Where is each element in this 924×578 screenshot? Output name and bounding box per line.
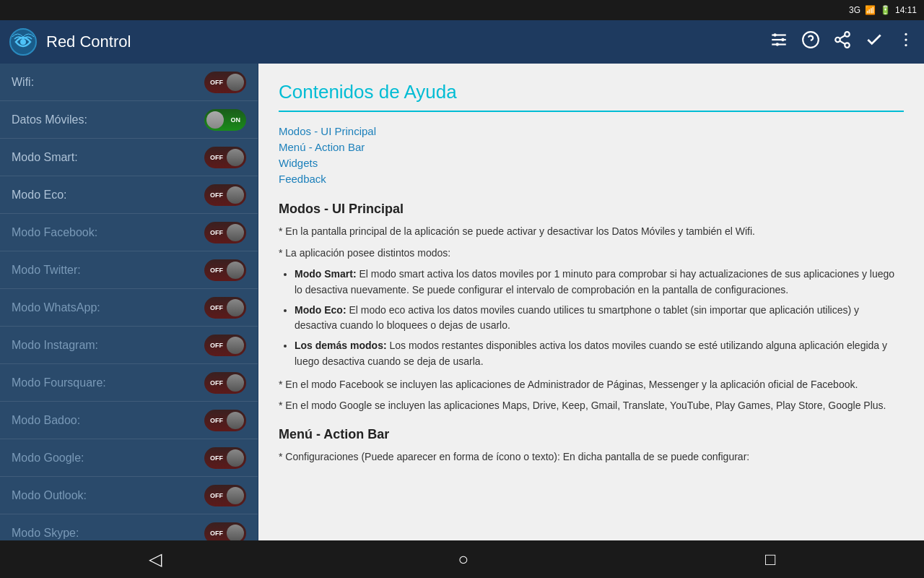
- svg-point-11: [835, 38, 840, 43]
- toggle-switch[interactable]: OFF: [204, 447, 246, 469]
- check-icon[interactable]: [865, 30, 884, 53]
- sidebar-item-label: Modo WhatsApp:: [12, 301, 100, 314]
- sidebar-item-label: Modo Badoo:: [12, 414, 80, 427]
- help-icon[interactable]: [801, 30, 820, 53]
- toggle-switch[interactable]: OFF: [204, 297, 246, 319]
- toggle-text: ON: [231, 116, 241, 124]
- toggle-knob: [227, 299, 244, 316]
- sidebar-item: Datos Móviles:ON: [0, 101, 258, 139]
- time-display: 14:11: [895, 5, 917, 15]
- overflow-menu-icon[interactable]: [897, 30, 915, 53]
- app-title: Red Control: [46, 33, 770, 51]
- bottom-nav-bar: ◁ ○ □: [0, 540, 924, 578]
- toggle-text: OFF: [210, 379, 223, 387]
- help-bullet-list: Modo Smart: El modo smart activa los dat…: [279, 267, 904, 369]
- sidebar-item-label: Wifi:: [12, 76, 34, 89]
- sidebar-item: Modo Outlook:OFF: [0, 477, 258, 514]
- home-button[interactable]: ○: [458, 549, 469, 569]
- section-title: Modos - UI Principal: [279, 202, 904, 217]
- sidebar-item-label: Modo Twitter:: [12, 264, 81, 277]
- toggle-knob: [227, 186, 244, 204]
- sidebar-item: Modo Facebook:OFF: [0, 214, 258, 251]
- toggle-switch[interactable]: OFF: [204, 485, 246, 506]
- sidebar-item: Modo Google:OFF: [0, 439, 258, 477]
- svg-line-14: [840, 35, 845, 38]
- sidebar-item-label: Modo Google:: [12, 452, 84, 465]
- settings-icon[interactable]: [770, 30, 788, 53]
- toggle-switch[interactable]: OFF: [204, 410, 246, 431]
- sidebar-item-label: Modo Eco:: [12, 189, 66, 202]
- list-item: Los demás modos: Los modos restantes dis…: [295, 338, 904, 369]
- action-icons: [770, 30, 915, 53]
- action-bar: Red Control: [0, 20, 924, 64]
- table-of-contents: Modos - UI PrincipalMenú - Action BarWid…: [279, 125, 904, 186]
- sidebar-item: Modo Smart:OFF: [0, 139, 258, 176]
- svg-point-5: [773, 33, 776, 36]
- svg-point-10: [845, 32, 850, 37]
- toc-item: Feedback: [279, 173, 904, 186]
- toc-link[interactable]: Widgets: [279, 157, 318, 169]
- svg-point-16: [905, 38, 907, 40]
- help-paragraph: * La aplicación posee distintos modos:: [279, 246, 904, 262]
- toggle-switch[interactable]: OFF: [204, 372, 246, 394]
- list-item: Modo Smart: El modo smart activa los dat…: [295, 267, 904, 298]
- toggle-switch[interactable]: OFF: [204, 184, 246, 206]
- toggle-text: OFF: [210, 79, 223, 86]
- toggle-text: OFF: [210, 454, 223, 462]
- toc-link[interactable]: Menú - Action Bar: [279, 141, 365, 153]
- toggle-switch[interactable]: OFF: [204, 147, 246, 168]
- sidebar-item-label: Datos Móviles:: [12, 113, 87, 126]
- sidebar-item: Wifi:OFF: [0, 64, 258, 101]
- help-paragraph: * Configuraciones (Puede aparecer en for…: [279, 449, 904, 465]
- svg-point-1: [20, 39, 26, 45]
- toggle-text: OFF: [210, 492, 223, 499]
- svg-point-15: [905, 33, 907, 35]
- toggle-switch[interactable]: OFF: [204, 259, 246, 281]
- toc-item: Modos - UI Principal: [279, 125, 904, 138]
- sidebar-item: Modo Instagram:OFF: [0, 327, 258, 364]
- toggle-text: OFF: [210, 191, 223, 199]
- toggle-switch[interactable]: OFF: [204, 222, 246, 243]
- svg-point-6: [781, 38, 784, 41]
- toggle-knob: [227, 487, 244, 504]
- help-paragraph: * En el modo Google se incluyen las apli…: [279, 398, 904, 414]
- sidebar-item-label: Modo Skype:: [12, 527, 79, 540]
- help-paragraph: * En la pantalla principal de la aplicac…: [279, 224, 904, 240]
- help-title: Contenidos de Ayuda: [279, 81, 904, 112]
- help-panel[interactable]: Contenidos de Ayuda Modos - UI Principal…: [258, 64, 924, 578]
- status-bar: 3G 📶 🔋 14:11: [0, 0, 924, 20]
- toggle-text: OFF: [210, 417, 223, 424]
- toggle-text: OFF: [210, 154, 223, 161]
- toggle-knob: [227, 449, 244, 467]
- toc-link[interactable]: Feedback: [279, 173, 326, 185]
- svg-line-13: [840, 41, 845, 44]
- svg-point-12: [845, 43, 850, 48]
- back-button[interactable]: ◁: [149, 549, 162, 569]
- main-content: Wifi:OFFDatos Móviles:ONModo Smart:OFFMo…: [0, 64, 924, 578]
- battery-icon: 🔋: [880, 5, 891, 15]
- sidebar-item: Modo WhatsApp:OFF: [0, 289, 258, 327]
- toggle-knob: [227, 149, 244, 166]
- recent-apps-button[interactable]: □: [765, 549, 776, 569]
- toggle-knob: [227, 224, 244, 241]
- toggle-knob: [227, 262, 244, 279]
- share-icon[interactable]: [833, 30, 852, 53]
- toc-item: Widgets: [279, 157, 904, 170]
- toc-item: Menú - Action Bar: [279, 141, 904, 154]
- app-logo: [9, 27, 38, 56]
- list-item: Modo Eco: El modo eco activa los datos m…: [295, 303, 904, 334]
- toggle-switch[interactable]: ON: [204, 109, 246, 131]
- section-title: Menú - Action Bar: [279, 427, 904, 442]
- signal-indicator: 3G: [849, 5, 860, 15]
- sidebar-item-label: Modo Foursquare:: [12, 376, 106, 389]
- sidebar-item-label: Modo Instagram:: [12, 339, 98, 352]
- sidebar-item-label: Modo Facebook:: [12, 226, 97, 239]
- sidebar-item: Modo Eco:OFF: [0, 176, 258, 214]
- toc-link[interactable]: Modos - UI Principal: [279, 125, 376, 137]
- toggle-switch[interactable]: OFF: [204, 335, 246, 356]
- sidebar-item: Modo Foursquare:OFF: [0, 364, 258, 402]
- toggle-knob: [227, 412, 244, 429]
- toggle-switch[interactable]: OFF: [204, 72, 246, 93]
- sidebar-item: Modo Badoo:OFF: [0, 402, 258, 439]
- help-paragraph: * En el modo Facebook se incluyen las ap…: [279, 377, 904, 393]
